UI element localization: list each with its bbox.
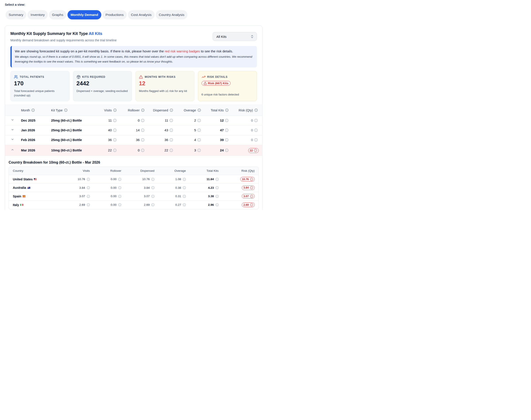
risk-qty-badge[interactable]: 22 [248, 148, 259, 153]
risk-qty-badge[interactable]: 2.69 [242, 202, 255, 207]
info-icon[interactable] [87, 203, 90, 207]
info-icon[interactable] [118, 178, 122, 181]
risk-qty-badge[interactable]: 10.76 [240, 177, 255, 181]
info-icon[interactable] [225, 138, 229, 142]
info-icon[interactable] [118, 195, 122, 198]
tab-graphs[interactable]: Graphs [49, 10, 66, 19]
info-icon[interactable] [151, 195, 155, 198]
info-icon[interactable] [197, 119, 201, 122]
cell-dispensed: 36 [164, 137, 168, 142]
info-icon[interactable] [87, 195, 90, 198]
info-icon[interactable] [183, 203, 186, 207]
info-icon[interactable] [198, 108, 201, 112]
info-icon[interactable] [31, 108, 35, 112]
month-row-dec-2025[interactable]: Dec 2025 25mg (60-ct.) Bottle 11 0 11 2 … [5, 116, 262, 125]
info-icon[interactable] [113, 128, 117, 132]
info-icon[interactable] [225, 128, 229, 132]
country-row-spain[interactable]: Spain 3.07 0.00 3.07 0.31 3.38 3.07 [9, 192, 258, 201]
info-icon[interactable] [170, 149, 173, 152]
info-icon[interactable] [118, 186, 122, 189]
col-rollover: Rollover [128, 108, 140, 112]
info-icon[interactable] [64, 108, 67, 112]
info-icon[interactable] [250, 178, 253, 181]
info-icon[interactable] [113, 119, 117, 122]
country-name: Australia [13, 186, 26, 189]
info-icon[interactable] [225, 119, 229, 122]
info-icon[interactable] [250, 186, 253, 189]
info-icon[interactable] [87, 186, 90, 189]
cell-rollover: 36 [136, 137, 140, 142]
country-row-united-states[interactable]: United States 10.76 0.00 10.76 1.08 11.8… [9, 175, 258, 184]
info-icon[interactable] [225, 149, 229, 152]
kit-type-select[interactable]: All Kits [213, 32, 257, 41]
info-icon[interactable] [141, 119, 144, 122]
info-icon[interactable] [225, 108, 229, 112]
cell-visits: 3.07 [79, 195, 85, 198]
risk-qty-badge[interactable]: 3.84 [242, 185, 255, 190]
month-row-mar-2026-expanded[interactable]: Mar 2026 10mg (60-ct.) Bottle 22 0 22 3 … [5, 145, 262, 156]
tab-inventory[interactable]: Inventory [27, 10, 48, 19]
info-icon[interactable] [216, 178, 219, 181]
month-row-jan-2026[interactable]: Jan 2026 25mg (60-ct.) Bottle 40 14 43 5… [5, 125, 262, 135]
info-icon[interactable] [254, 128, 258, 132]
info-icon[interactable] [197, 128, 201, 132]
cell-rollover: 0.00 [111, 195, 116, 198]
info-icon[interactable] [170, 119, 173, 122]
info-icon[interactable] [141, 108, 144, 112]
info-icon[interactable] [183, 186, 186, 189]
info-icon[interactable] [197, 138, 201, 142]
chevron-up-icon[interactable] [11, 148, 14, 151]
info-icon[interactable] [250, 203, 253, 207]
country-row-italy[interactable]: Italy 2.69 0.00 2.69 0.27 2.96 2.69 [9, 200, 258, 209]
info-icon[interactable] [183, 178, 186, 181]
info-icon[interactable] [113, 138, 117, 142]
cell-overage: 1.08 [175, 178, 181, 181]
country-table: Country Visits Rollover Dispensed Overag… [9, 167, 258, 209]
info-icon[interactable] [141, 128, 144, 132]
info-icon[interactable] [113, 149, 117, 152]
stat-label-row: RISK DETAILS [202, 75, 254, 79]
info-icon[interactable] [151, 178, 155, 181]
info-icon[interactable] [254, 138, 258, 142]
info-icon[interactable] [183, 195, 186, 198]
country-row-australia[interactable]: Australia 3.84 0.00 3.84 0.38 4.23 3.84 [9, 183, 258, 192]
cell-visits: 3.84 [79, 186, 85, 189]
info-icon[interactable] [250, 195, 253, 198]
info-icon[interactable] [216, 195, 219, 198]
info-icon[interactable] [141, 138, 144, 142]
month-row-feb-2026[interactable]: Feb 2026 25mg (60-ct.) Bottle 36 36 36 4… [5, 135, 262, 145]
info-icon[interactable] [254, 108, 258, 112]
info-icon[interactable] [118, 203, 122, 207]
info-icon[interactable] [216, 203, 219, 207]
cell-total-kits: 47 [220, 128, 224, 133]
stat-label: KITS REQUIRED [82, 75, 105, 78]
info-icon[interactable] [170, 128, 173, 132]
cell-risk: 3.84 [243, 186, 249, 189]
chevron-down-icon[interactable] [11, 128, 14, 131]
tab-cost-analysis[interactable]: Cost Analysis [128, 10, 155, 19]
info-icon[interactable] [197, 149, 201, 152]
info-icon[interactable] [216, 186, 219, 189]
risk-badge-label: Risk (667) Kits [208, 82, 229, 85]
info-icon[interactable] [151, 186, 155, 189]
info-icon[interactable] [113, 108, 117, 112]
info-icon[interactable] [254, 119, 258, 122]
info-icon[interactable] [151, 203, 155, 207]
risk-qty-badge[interactable]: 3.07 [242, 194, 255, 198]
stat-caption: 6 unique risk factors detected [202, 92, 254, 97]
info-icon[interactable] [141, 149, 144, 152]
info-icon[interactable] [87, 178, 90, 181]
chevron-down-icon[interactable] [11, 138, 14, 141]
tab-monthly-demand[interactable]: Monthly Demand [67, 10, 101, 19]
info-icon[interactable] [170, 108, 173, 112]
tab-productions[interactable]: Productions [102, 10, 127, 19]
tab-summary[interactable]: Summary [5, 10, 26, 19]
info-icon[interactable] [254, 149, 257, 152]
risk-kits-badge[interactable]: Risk (667) Kits [202, 81, 231, 86]
country-breakdown-title: Country Breakdown for 10mg (60-ct.) Bott… [9, 161, 259, 165]
stat-value: 170 [14, 80, 67, 86]
tab-country-analysis[interactable]: Country Analysis [156, 10, 187, 19]
info-icon[interactable] [170, 138, 173, 142]
panel-title-kit: All Kits [89, 31, 102, 36]
chevron-down-icon[interactable] [11, 118, 14, 121]
